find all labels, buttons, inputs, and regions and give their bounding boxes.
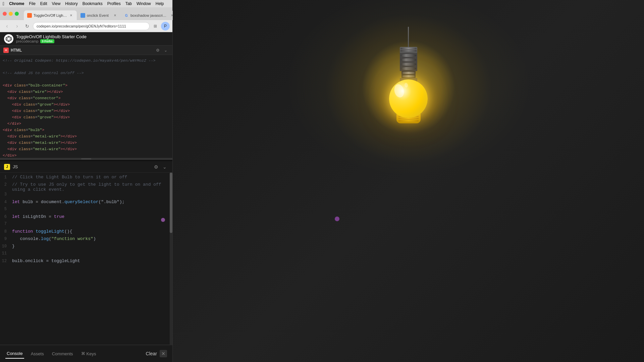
html-code-area[interactable]: <!-- Original Codepen: https://codepen.i… (0, 55, 172, 158)
html-icon: H (3, 48, 9, 53)
wire-top (408, 27, 409, 47)
html-line-5: <div class="connector"> (0, 95, 172, 102)
js-line-2: 2 // Try to use JS only to get the light… (0, 182, 170, 192)
preview-panel (173, 0, 644, 362)
history-menu[interactable]: History (65, 1, 77, 6)
close-console-button[interactable]: × (160, 350, 167, 357)
apple-menu[interactable]:  (3, 1, 4, 6)
keys-tab[interactable]: ⌘ Keys (80, 349, 98, 358)
js-line-6: 6 let isLightOn = true (0, 214, 170, 222)
js-linenum-4: 4 (0, 199, 12, 207)
tab3-title: boxshadow javascript - Goo... (130, 13, 168, 17)
extensions-icon[interactable]: ⊞ (151, 22, 160, 31)
js-line-1: 1 // Click the Light Bulb to turn it on … (0, 175, 170, 182)
js-panel-title: JS (13, 164, 18, 169)
maximize-button[interactable] (15, 12, 19, 16)
assets-tab[interactable]: Assets (30, 349, 45, 358)
profiles-menu[interactable]: Profiles (107, 1, 121, 6)
browser-tab-bar: ToggleOn/Off Lightbul... × onclick Event… (0, 7, 172, 20)
bulb-highlight-small (404, 82, 408, 88)
browser-tab-3[interactable]: G boxshadow javascript - Goo... × (121, 11, 178, 20)
bulb-highlight (393, 83, 405, 99)
html-settings-icon[interactable]: ⚙ (154, 47, 161, 54)
js-linenum-2: 2 (0, 182, 12, 192)
js-line-10: 10 } (0, 244, 170, 251)
js-line-7: 7 (0, 222, 170, 229)
clear-button[interactable]: Clear (146, 351, 157, 356)
html-line-6: <div class="grove"></div> (0, 102, 172, 108)
js-line-8: 8 function toggleLight(){ (0, 229, 170, 236)
js-code-8: function toggleLight(){ (12, 229, 72, 236)
tab1-favicon (27, 13, 32, 18)
html-line-13: <div class="metal-wire"></div> (0, 146, 172, 153)
socket-top (400, 47, 417, 53)
js-panel-header: J JS ⚙ ⌄ (0, 161, 172, 173)
browser-tab-2[interactable]: onclick Event × (77, 11, 121, 20)
back-button[interactable]: ‹ (3, 22, 11, 31)
js-linenum-10: 10 (0, 244, 12, 251)
js-scrollbar-thumb[interactable] (170, 173, 172, 233)
html-line-14: </div> (0, 153, 172, 158)
js-code-1: // Click the Light Bulb to turn it on or… (12, 175, 127, 182)
console-bar: Console Assets Comments ⌘ Keys Clear × (0, 345, 172, 362)
close-button[interactable] (3, 12, 7, 16)
js-scrollbar[interactable] (170, 173, 172, 345)
html-line-7: <div class="grove"></div> (0, 108, 172, 114)
html-line-2: <!-- Added JS to control on/off --> (0, 70, 172, 76)
js-line-4: 4 let bulb = document.querySelector(".bu… (0, 199, 170, 207)
codepen-title: ToggleOn/Off Lightbulb Starter Code (16, 34, 87, 39)
js-line-11: 11 (0, 251, 170, 258)
edit-menu[interactable]: Edit (40, 1, 47, 6)
html-line-blank2 (0, 76, 172, 82)
app-name-menu[interactable]: Chrome (9, 1, 24, 6)
js-collapse-icon[interactable]: ⌄ (161, 163, 168, 171)
url-bar[interactable]: codepen.io/precodecamp/pen/gOENJyN?edito… (33, 22, 150, 30)
view-menu[interactable]: View (52, 1, 61, 6)
js-code-6: let isLightOn = true (12, 214, 64, 222)
codepen-logo (4, 34, 13, 44)
browser-tab-1[interactable]: ToggleOn/Off Lightbul... × (23, 10, 77, 20)
file-menu[interactable]: File (29, 1, 35, 6)
html-line-4: <div class="wire"></div> (0, 89, 172, 95)
tab2-favicon (80, 13, 85, 18)
cursor-dot (335, 217, 339, 221)
js-linenum-12: 12 (0, 258, 12, 266)
tab1-close[interactable]: × (69, 13, 73, 18)
tab2-close[interactable]: × (113, 13, 117, 18)
refresh-button[interactable]: ↻ (23, 22, 32, 31)
js-linenum-11: 11 (0, 251, 12, 258)
html-resize-handle[interactable] (0, 158, 172, 160)
js-linenum-6: 6 (0, 214, 12, 222)
html-line-3: <div class="bulb-container"> (0, 82, 172, 89)
forward-button[interactable]: › (13, 22, 21, 31)
js-linenum-3: 3 (0, 192, 12, 199)
js-line-3: 3 (0, 192, 170, 199)
help-menu[interactable]: Help (156, 1, 164, 6)
comments-tab[interactable]: Comments (51, 349, 74, 358)
tab1-title: ToggleOn/Off Lightbul... (34, 13, 67, 17)
js-code-2: // Try to use JS only to get the light t… (12, 182, 170, 192)
lightbulb-scene[interactable] (389, 27, 428, 123)
js-panel: J JS ⚙ ⌄ 1 // Click the Light Bulb to tu… (0, 161, 172, 345)
socket-coil (400, 53, 417, 71)
html-collapse-icon[interactable]: ⌄ (162, 47, 169, 54)
window-menu[interactable]: Window (137, 1, 151, 6)
js-linenum-8: 8 (0, 229, 12, 236)
html-line-8: <div class="grove"></div> (0, 114, 172, 121)
bookmarks-menu[interactable]: Bookmarks (83, 1, 103, 6)
js-settings-icon[interactable]: ⚙ (152, 163, 160, 171)
codepen-author[interactable]: precodecamp (16, 39, 39, 43)
tab-menu[interactable]: Tab (125, 1, 132, 6)
tab3-favicon: G (124, 13, 129, 18)
js-icon: J (4, 164, 10, 170)
html-line-11: <div class="metal-wire"></div> (0, 133, 172, 140)
console-tab[interactable]: Console (5, 349, 24, 359)
profile-icon[interactable]: P (161, 22, 170, 31)
html-line-9: </div> (0, 121, 172, 127)
html-line-10: <div class="bulb"> (0, 127, 172, 133)
js-code-area[interactable]: 1 // Click the Light Bulb to turn it on … (0, 173, 172, 345)
js-code-9: console.log("function works") (12, 236, 96, 244)
editors-container: H HTML ⚙ ⌄ <!-- Original Codepen: https:… (0, 46, 172, 345)
minimize-button[interactable] (9, 12, 13, 16)
bulb-globe (389, 79, 428, 118)
